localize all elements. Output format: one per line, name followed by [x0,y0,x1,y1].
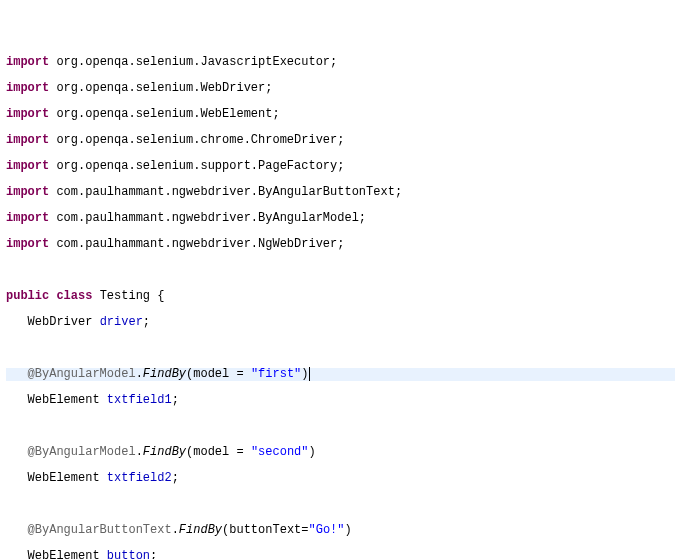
code-line: public class Testing { [6,290,675,303]
keyword: import [6,185,49,199]
code-line: import org.openqa.selenium.chrome.Chrome… [6,134,675,147]
code-line: WebElement txtfield1; [6,394,675,407]
keyword: class [49,289,92,303]
text: model = [193,445,251,459]
text: WebElement [28,549,107,559]
text: ) [308,445,315,459]
indent [6,445,28,459]
code-line: WebElement button; [6,550,675,559]
code-line-highlighted: @ByAngularModel.FindBy(model = "first") [6,368,675,381]
keyword: import [6,55,49,69]
annotation: @ByAngularModel [28,445,136,459]
blank-line [6,498,675,511]
text: . [172,523,179,537]
keyword: import [6,81,49,95]
text: com.paulhammant.ngwebdriver.NgWebDriver; [49,237,344,251]
text: WebElement [28,471,107,485]
annotation: @ByAngularModel [28,367,136,381]
blank-line [6,264,675,277]
code-line: import com.paulhammant.ngwebdriver.ByAng… [6,186,675,199]
code-line: @ByAngularButtonText.FindBy(buttonText="… [6,524,675,537]
keyword: import [6,133,49,147]
code-line: WebDriver driver; [6,316,675,329]
text: . [136,445,143,459]
text: ; [172,393,179,407]
keyword: import [6,107,49,121]
string: "second" [251,445,309,459]
annotation: @ByAngularButtonText [28,523,172,537]
text: WebDriver [28,315,100,329]
method: FindBy [143,445,186,459]
text: ) [345,523,352,537]
keyword: import [6,211,49,225]
text: buttonText= [229,523,308,537]
code-line: WebElement txtfield2; [6,472,675,485]
text: org.openqa.selenium.WebDriver; [49,81,272,95]
indent [6,549,28,559]
text: com.paulhammant.ngwebdriver.ByAngularBut… [49,185,402,199]
field: txtfield1 [107,393,172,407]
code-line: @ByAngularModel.FindBy(model = "second") [6,446,675,459]
keyword: public [6,289,49,303]
text: . [136,367,143,381]
text: model = [193,367,251,381]
text: com.paulhammant.ngwebdriver.ByAngularMod… [49,211,366,225]
code-line: import org.openqa.selenium.WebElement; [6,108,675,121]
code-line: import org.openqa.selenium.JavascriptExe… [6,56,675,69]
string: "Go!" [308,523,344,537]
code-line: import org.openqa.selenium.WebDriver; [6,82,675,95]
text: ; [143,315,150,329]
method: FindBy [179,523,222,537]
indent [6,393,28,407]
string: "first" [251,367,301,381]
code-line: import com.paulhammant.ngwebdriver.NgWeb… [6,238,675,251]
text: org.openqa.selenium.JavascriptExecutor; [49,55,337,69]
indent [6,471,28,485]
method: FindBy [143,367,186,381]
cursor-icon [309,367,310,381]
text: ; [172,471,179,485]
indent [6,367,28,381]
code-line: import com.paulhammant.ngwebdriver.ByAng… [6,212,675,225]
text: ) [301,367,308,381]
text: org.openqa.selenium.support.PageFactory; [49,159,344,173]
text: org.openqa.selenium.WebElement; [49,107,279,121]
keyword: import [6,237,49,251]
text: WebElement [28,393,107,407]
field: button [107,549,150,559]
text: Testing { [92,289,164,303]
field: txtfield2 [107,471,172,485]
keyword: import [6,159,49,173]
blank-line [6,420,675,433]
text: org.openqa.selenium.chrome.ChromeDriver; [49,133,344,147]
indent [6,315,28,329]
blank-line [6,342,675,355]
indent [6,523,28,537]
field: driver [100,315,143,329]
text: ; [150,549,157,559]
code-line: import org.openqa.selenium.support.PageF… [6,160,675,173]
